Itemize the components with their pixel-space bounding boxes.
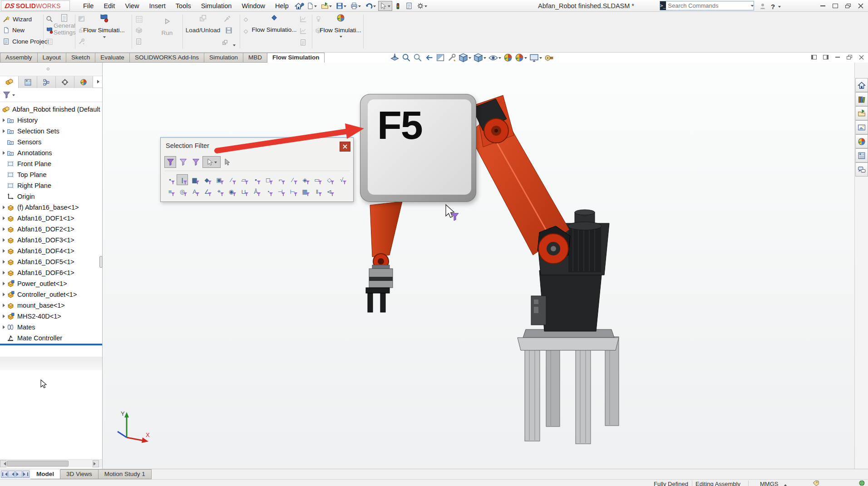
component-control-icon[interactable] xyxy=(46,27,53,34)
tree-row-abfan16-dof6[interactable]: Abfan16_DOF6<1> xyxy=(0,267,102,278)
chevron-down-icon[interactable] xyxy=(314,5,317,9)
expand-arrow-icon[interactable] xyxy=(3,260,5,264)
filter-solid-bodies-icon[interactable]: ▣ xyxy=(213,174,225,185)
menu-edit[interactable]: Edit xyxy=(99,0,120,11)
filter-edges-icon[interactable]: | xyxy=(177,174,188,185)
display-style-icon[interactable] xyxy=(473,53,487,63)
filter-axes-icon[interactable]: ∕ xyxy=(226,174,237,185)
zoom-in-out-icon[interactable] xyxy=(413,53,423,63)
flow-simulation-results-button[interactable]: Flow Simulatio... xyxy=(247,14,301,33)
tab-flow-simulation[interactable]: Flow Simulation xyxy=(267,53,325,63)
tree-row-mates[interactable]: Mates xyxy=(0,322,102,333)
chevron-down-icon[interactable] xyxy=(498,57,501,60)
select-tool-button[interactable] xyxy=(378,1,392,11)
tab-simulation[interactable]: Simulation xyxy=(204,53,243,63)
magnified-selection-icon[interactable] xyxy=(222,156,233,168)
appearances-icon[interactable] xyxy=(855,134,868,148)
view-orientation-icon[interactable] xyxy=(458,53,472,63)
tab-solidworks-add-ins[interactable]: SOLIDWORKS Add-Ins xyxy=(130,53,204,63)
measure-icon[interactable] xyxy=(544,53,554,63)
units-dropdown-caret[interactable] xyxy=(784,482,787,486)
wizard-button[interactable]: Wizard xyxy=(3,15,32,23)
filter-sketch-midpoints-icon[interactable]: ⌐ xyxy=(275,174,286,185)
save-button[interactable] xyxy=(334,1,348,11)
view-settings-icon[interactable] xyxy=(529,53,542,63)
filter-balloons-icon[interactable]: A xyxy=(189,186,200,197)
chevron-down-icon[interactable] xyxy=(103,36,106,39)
close-button[interactable] xyxy=(855,1,866,10)
tree-row-right-plane[interactable]: Right Plane xyxy=(0,180,102,191)
flow-simulation-features-button[interactable]: Flow Simulati... xyxy=(77,14,131,41)
expand-arrow-icon[interactable] xyxy=(3,227,5,231)
tab-sketch[interactable]: Sketch xyxy=(66,53,95,63)
filter-toggle-icon[interactable] xyxy=(164,156,176,168)
flow-simulation-display-button[interactable]: Flow Simulati... xyxy=(318,14,363,40)
filter-weld-beads-icon[interactable]: ◇ xyxy=(324,174,335,185)
tree-row-annotations[interactable]: Annotations xyxy=(0,147,102,158)
filter-connection-points-icon[interactable]: ⊣ xyxy=(275,186,286,197)
clone-project-button[interactable]: Clone Project xyxy=(3,38,49,45)
expand-arrow-icon[interactable] xyxy=(3,216,5,220)
selection-filter-dialog[interactable]: Selection Filter • | ▆ ◆ ▣ ∕ ▱ ▪ ◻ ⌐ ∕ ◈… xyxy=(160,137,354,202)
chevron-down-icon[interactable] xyxy=(12,94,15,98)
filter-surface-bodies-icon[interactable]: ◆ xyxy=(201,174,212,185)
menu-file[interactable]: File xyxy=(78,0,99,11)
scroll-right-button[interactable] xyxy=(93,460,99,467)
help-button[interactable]: ? xyxy=(769,1,777,11)
chevron-down-icon[interactable] xyxy=(539,57,542,60)
tab-layout[interactable]: Layout xyxy=(38,53,67,63)
units-value[interactable]: MMGS xyxy=(760,481,778,486)
chevron-down-icon[interactable] xyxy=(340,36,342,39)
options-button[interactable] xyxy=(415,1,429,11)
tree-row-origin[interactable]: Origin xyxy=(0,191,102,202)
tab-model[interactable]: Model xyxy=(30,469,60,479)
help-caret[interactable] xyxy=(778,6,781,9)
menu-window[interactable]: Window xyxy=(237,0,270,11)
filter-faces-icon[interactable]: ▆ xyxy=(189,174,200,185)
panel-horizontal-scrollbar[interactable] xyxy=(0,459,102,467)
filter-datum-targets-icon[interactable]: ⌖ xyxy=(213,186,225,197)
zoom-to-fit-icon[interactable] xyxy=(390,53,400,63)
panel-splitter-handle[interactable] xyxy=(47,68,49,70)
collapse-left-panel-icon[interactable] xyxy=(809,53,819,61)
zoom-to-area-icon[interactable] xyxy=(401,53,411,63)
custom-properties-icon[interactable] xyxy=(855,148,868,162)
tree-row-selection-sets[interactable]: Selection Sets xyxy=(0,126,102,137)
panel-resize-grip[interactable] xyxy=(99,256,103,268)
section-view-icon[interactable] xyxy=(435,53,445,63)
3d-viewport[interactable]: Y X Selection Filter • | ▆ ◆ ▣ ∕ ▱ ▪ ◻ ⌐… xyxy=(103,63,854,469)
previous-tab-button[interactable] xyxy=(8,471,15,478)
view-palette-icon[interactable] xyxy=(855,120,868,134)
tree-row-power-outlet[interactable]: Power_outlet<1> xyxy=(0,278,102,289)
tree-root-row[interactable]: Abfan_Robot finished (Default xyxy=(0,104,102,115)
filter-blocks-icon[interactable]: Å xyxy=(250,186,261,197)
apply-scene-icon[interactable] xyxy=(514,53,528,63)
chevron-down-icon[interactable] xyxy=(233,44,236,48)
chevron-down-icon[interactable] xyxy=(344,5,346,9)
expand-arrow-icon[interactable] xyxy=(3,118,5,122)
tree-row-history[interactable]: History xyxy=(0,115,102,126)
search-commands-box[interactable]: >_ xyxy=(660,1,754,10)
tab-motion-study-1[interactable]: Motion Study 1 xyxy=(99,469,152,479)
user-account-icon[interactable] xyxy=(757,1,768,11)
filter-weld-symbols-icon[interactable]: ⊔ xyxy=(238,186,249,197)
solve-batch-icon[interactable] xyxy=(135,38,142,45)
file-properties-button[interactable] xyxy=(404,1,414,11)
clear-all-filters-icon[interactable] xyxy=(177,156,189,168)
expand-arrow-icon[interactable] xyxy=(3,206,5,209)
tab-display-manager[interactable] xyxy=(74,76,93,88)
filter-notes-icon[interactable]: ◎ xyxy=(177,186,188,197)
span-displays-button[interactable] xyxy=(830,1,841,10)
next-tab-button[interactable] xyxy=(15,471,22,478)
tab-feature-manager-tree[interactable] xyxy=(0,76,19,88)
chevron-down-icon[interactable] xyxy=(388,5,390,9)
load-unload-button[interactable]: Load/Unload xyxy=(184,14,222,34)
filter-boundary-edges-icon[interactable]: ▭ xyxy=(311,174,323,185)
tree-filter-funnel-icon[interactable] xyxy=(3,91,10,99)
expand-arrow-icon[interactable] xyxy=(3,249,5,253)
general-settings-button[interactable]: General Settings xyxy=(54,14,74,36)
invert-filters-icon[interactable] xyxy=(190,156,202,168)
tab-evaluate[interactable]: Evaluate xyxy=(95,53,130,63)
expand-arrow-icon[interactable] xyxy=(3,151,5,155)
menu-tools[interactable]: Tools xyxy=(171,0,196,11)
